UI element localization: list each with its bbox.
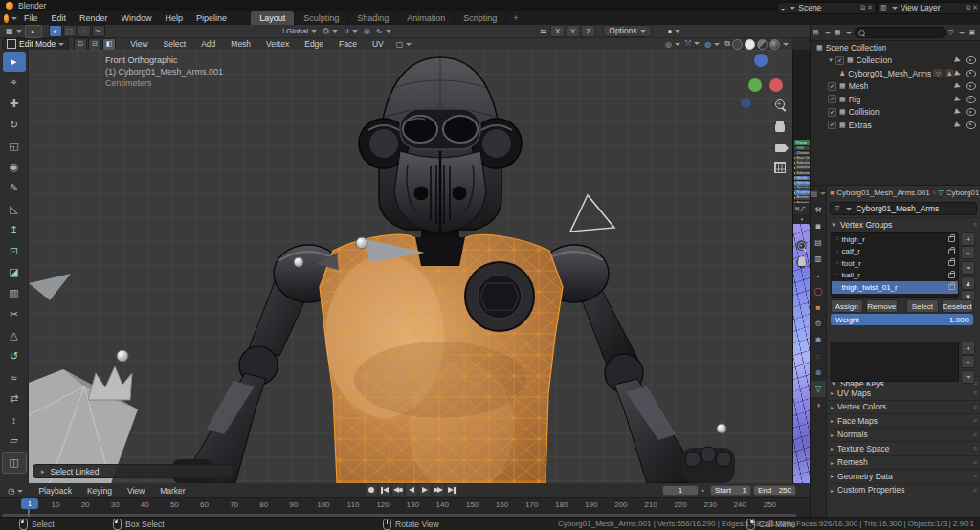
socket-metallic[interactable]: Metallic xyxy=(794,176,810,181)
smooth-tool-icon[interactable]: ≈ xyxy=(3,367,26,387)
pan-hand-icon[interactable] xyxy=(771,119,789,136)
shading-solid-icon[interactable] xyxy=(745,39,755,50)
hide-viewport-icon[interactable] xyxy=(966,82,976,90)
panel-vertex-colors[interactable]: ▸Vertex Colors≡ xyxy=(826,400,980,414)
perspective-grid-icon[interactable] xyxy=(771,159,789,176)
hide-viewport-icon[interactable] xyxy=(966,96,976,103)
snap-target-icon[interactable]: ◎ xyxy=(665,40,680,49)
tab-animation[interactable]: Animation xyxy=(398,11,455,25)
timeline-ruler[interactable]: 1020304050607080901001101201301401501601… xyxy=(0,498,810,518)
axis-z-icon[interactable] xyxy=(754,54,768,67)
vertex-group-thigh_twist_01_r[interactable]: ∷thigh_twist_01_r xyxy=(832,281,958,294)
camera-view-icon[interactable] xyxy=(771,140,789,157)
face-select-icon[interactable]: ◧ xyxy=(102,38,116,51)
socket-subsurfa[interactable]: Subsurfa xyxy=(794,161,810,166)
socket-anisotro[interactable]: Anisotro xyxy=(794,195,810,200)
collection-checkbox[interactable]: ✓ xyxy=(828,121,836,129)
panel-face-maps[interactable]: ▸Face Maps≡ xyxy=(826,413,980,428)
bevel-tool-icon[interactable]: ◪ xyxy=(3,262,26,282)
panel-custom-properties[interactable]: ▸Custom Properties≡ xyxy=(826,483,980,497)
shear-tool-icon[interactable]: ▱ xyxy=(3,431,26,451)
shading-rendered-icon[interactable] xyxy=(769,39,780,50)
proportional-falloff-icon[interactable]: ∿ xyxy=(373,26,394,36)
transform-tool-icon[interactable]: ◉ xyxy=(3,157,26,177)
vertex-groups-panel-header[interactable]: ▼ Vertex Groups ≡ xyxy=(826,217,980,231)
lock-icon[interactable] xyxy=(948,236,955,242)
socket-subsurfa[interactable]: Subsurfa xyxy=(794,166,810,170)
hide-viewport-icon[interactable] xyxy=(966,56,976,64)
mirror-z-button[interactable]: Z xyxy=(581,25,595,37)
selectable-icon[interactable] xyxy=(954,70,962,77)
spin-tool-icon[interactable]: ↺ xyxy=(3,346,26,366)
extrude-region-tool-icon[interactable]: ↥ xyxy=(3,220,26,240)
menu-render[interactable]: Render xyxy=(73,11,115,25)
select-mode-tweak-icon[interactable]: ⌖ xyxy=(49,25,62,37)
rip-region-tool-icon[interactable]: ◫ xyxy=(2,452,27,474)
select-mode-circle-icon[interactable]: ◌ xyxy=(78,25,91,37)
panel-normals[interactable]: ▸Normals≡ xyxy=(826,428,980,442)
filter-objects-icon[interactable]: ▦ xyxy=(835,29,841,36)
vertex-group-calf_r[interactable]: ∷calf_r xyxy=(832,246,958,258)
socket-ggx[interactable]: GGX xyxy=(794,146,810,151)
play-reverse-button[interactable] xyxy=(406,484,417,496)
transform-orientation-dropdown[interactable]: ⟂ Global xyxy=(278,26,320,36)
new-collection-icon[interactable]: ▣ xyxy=(969,29,975,36)
timeline-editor-icon[interactable]: ◷ xyxy=(0,486,31,496)
menu-file[interactable]: File xyxy=(17,11,45,25)
select-box-tool-icon[interactable]: ▸ xyxy=(3,52,26,72)
options-dropdown[interactable]: Options xyxy=(603,25,651,37)
loop-cut-tool-icon[interactable]: ▥ xyxy=(3,283,26,303)
record-button[interactable] xyxy=(366,484,377,496)
vertex-group-ball_r[interactable]: ∷ball_r xyxy=(832,270,958,282)
prev-keyframe-button[interactable] xyxy=(392,484,404,496)
menu-help[interactable]: Help xyxy=(159,11,190,25)
add-shape-key-button[interactable]: + xyxy=(961,342,975,355)
timeline-menu-view[interactable]: View xyxy=(120,486,152,496)
remove-layer-icon[interactable]: ✕ xyxy=(972,4,978,11)
properties-editor-type-icon[interactable]: ▤ xyxy=(811,186,826,202)
current-frame-field[interactable]: 1 xyxy=(662,485,699,496)
tab-layout[interactable]: Layout xyxy=(251,11,295,25)
collection-checkbox[interactable]: ✓ xyxy=(835,56,844,65)
properties-tab-view-layer-icon[interactable]: ▥ xyxy=(811,251,826,267)
gizmo-dropdown-icon[interactable]: ⤱ xyxy=(685,39,700,49)
weight-slider[interactable]: Weight 1.000 xyxy=(831,314,973,325)
viewport-menu-uv[interactable]: UV xyxy=(365,38,391,50)
jump-end-button[interactable] xyxy=(446,484,457,496)
expand-arrow-icon[interactable]: ▼ xyxy=(828,57,834,63)
axis-neg-icon[interactable] xyxy=(741,98,751,108)
viewport-menu-view[interactable]: View xyxy=(122,38,155,50)
properties-tab-particles-icon[interactable]: ✱ xyxy=(811,332,826,348)
viewport-menu-edge[interactable]: Edge xyxy=(297,38,331,50)
zoom-icon[interactable]: + xyxy=(771,96,789,113)
unlink-scene-icon[interactable]: ✕ xyxy=(867,4,873,11)
collection-checkbox[interactable]: ✓ xyxy=(828,82,836,91)
outliner-row-collection[interactable]: ▼✓▦Collection xyxy=(811,55,980,68)
properties-tab-modifiers-icon[interactable]: ⚙ xyxy=(811,316,826,332)
shading-material-icon[interactable] xyxy=(757,39,768,50)
timeline-menu-keying[interactable]: Keying xyxy=(79,486,120,496)
annotate-tool-icon[interactable]: ✎ xyxy=(3,178,26,198)
properties-tab-tool-icon[interactable]: ⚒ xyxy=(811,202,826,218)
lock-icon[interactable] xyxy=(948,249,955,254)
lock-icon[interactable] xyxy=(948,284,955,290)
add-workspace-button[interactable]: + xyxy=(506,11,524,25)
vertex-groups-list[interactable]: ∷thigh_r∷calf_r∷foot_r∷ball_r∷thigh_twis… xyxy=(831,232,959,298)
properties-tab-constraints-icon[interactable]: ⊗ xyxy=(811,364,826,381)
tab-shading[interactable]: Shading xyxy=(348,11,398,25)
selectable-icon[interactable] xyxy=(954,108,962,116)
vertex-group-foot_r[interactable]: ∷foot_r xyxy=(832,257,958,270)
breadcrumb-object[interactable]: Cyborg01_Mesh_Arms.001 xyxy=(836,188,929,197)
add-vertex-group-button[interactable]: + xyxy=(961,232,975,246)
rotate-tool-icon[interactable]: ↻ xyxy=(3,115,26,135)
socket-base-col[interactable]: Base Col xyxy=(794,156,810,161)
scale-tool-icon[interactable]: ◱ xyxy=(3,136,26,156)
hide-viewport-icon[interactable] xyxy=(966,121,976,129)
viewport-menu-vertex[interactable]: Vertex xyxy=(258,38,297,50)
overlays-dropdown-icon[interactable]: ◍ xyxy=(704,40,720,49)
viewport-menu-add[interactable]: Add xyxy=(193,38,223,50)
outliner-row-rig[interactable]: ✓▦Rig xyxy=(811,93,980,106)
tab-sculpting[interactable]: Sculpting xyxy=(295,11,348,25)
scene-selector[interactable]: ◒ Scene ⧉ ✕ xyxy=(777,2,877,14)
mesh-name-field[interactable]: ▽ Cyborg01_Mesh_Arms xyxy=(830,202,977,215)
